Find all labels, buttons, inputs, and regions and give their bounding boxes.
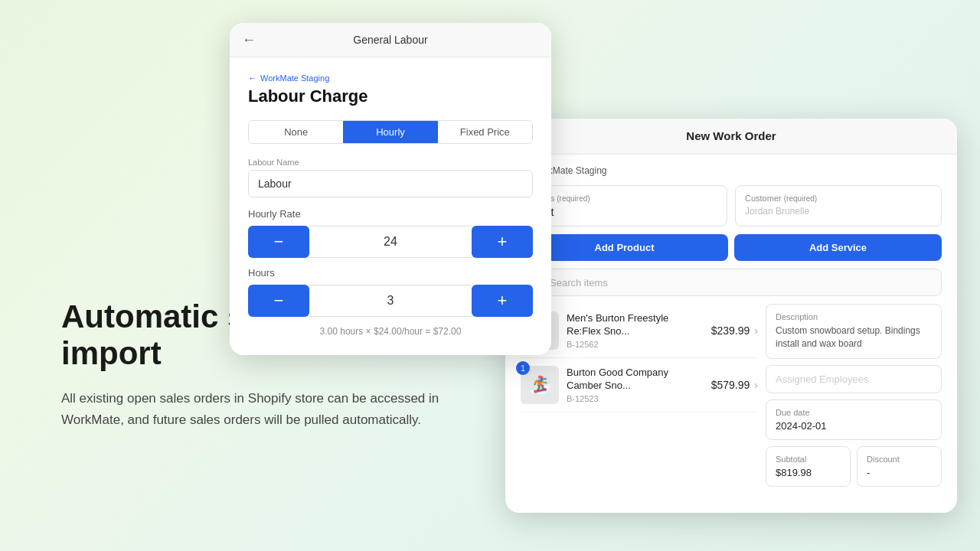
- status-value[interactable]: Draft: [531, 206, 717, 218]
- labour-card-header: ← General Labour: [230, 23, 551, 57]
- hours-value: 3: [309, 285, 472, 317]
- hours-plus-btn[interactable]: +: [472, 285, 533, 317]
- assigned-employees-field[interactable]: Assigned Employees: [766, 365, 942, 393]
- discount-field: Discount -: [857, 446, 942, 487]
- description-label: Description: [776, 312, 932, 321]
- workmate-row: WorkMate Staging: [521, 165, 942, 176]
- right-panel: Description Custom snowboard setup. Bind…: [766, 304, 942, 487]
- product-name-1: Men's Burton Freestyle Re:Flex Sno...: [567, 312, 704, 338]
- workorder-card: New Work Order WorkMate Staging Status (…: [505, 119, 957, 513]
- product-badge-2: 1: [516, 361, 530, 375]
- product-price-row-2: $579.99 ›: [711, 379, 758, 391]
- product-price-row-1: $239.99 ›: [711, 324, 758, 337]
- product-name-2: Burton Good Company Camber Sno...: [567, 367, 704, 393]
- hourly-rate-label: Hourly Rate: [248, 208, 533, 220]
- workmate-staging-label: WorkMate Staging: [248, 73, 533, 83]
- labour-name-input[interactable]: [248, 170, 533, 197]
- product-item[interactable]: 🏂 1 Men's Burton Freestyle Re:Flex Sno..…: [521, 304, 758, 358]
- hourly-rate-minus-btn[interactable]: −: [248, 226, 309, 258]
- product-item-2[interactable]: 🏂 1 Burton Good Company Camber Sno... B-…: [521, 358, 758, 412]
- subtotal-field: Subtotal $819.98: [766, 446, 851, 487]
- labour-card-title: General Labour: [353, 34, 427, 46]
- subtotal-label: Subtotal: [776, 455, 841, 464]
- product-sku-2: B-12523: [567, 394, 704, 403]
- chevron-icon-2: ›: [754, 379, 758, 391]
- tab-none[interactable]: None: [249, 121, 343, 143]
- assigned-employees-placeholder: Assigned Employees: [776, 373, 932, 385]
- workorder-title: New Work Order: [686, 129, 776, 142]
- labour-charge-title: Labour Charge: [248, 86, 533, 106]
- calculation-text: 3.00 hours × $24.00/hour = $72.00: [248, 326, 533, 337]
- search-placeholder-text: Search items: [550, 277, 608, 289]
- due-date-field: Due date 2024-02-01: [766, 399, 942, 440]
- hours-minus-btn[interactable]: −: [248, 285, 309, 317]
- main-area: 🏂 1 Men's Burton Freestyle Re:Flex Sno..…: [521, 304, 942, 487]
- customer-placeholder[interactable]: Jordan Brunelle: [745, 206, 932, 217]
- tab-fixed-price[interactable]: Fixed Price: [438, 121, 532, 143]
- labour-name-label: Labour Name: [248, 158, 533, 167]
- workorder-header: New Work Order: [505, 119, 957, 155]
- discount-label: Discount: [867, 455, 932, 464]
- status-label: Status (required): [531, 194, 717, 203]
- product-price-2: $579.99: [711, 379, 750, 391]
- labour-card-body: WorkMate Staging Labour Charge None Hour…: [230, 57, 551, 355]
- status-field: Status (required) Draft: [521, 185, 727, 227]
- add-product-button[interactable]: Add Product: [521, 234, 728, 261]
- subtext: All existing open sales orders in Shopif…: [61, 388, 490, 431]
- product-info-1: Men's Burton Freestyle Re:Flex Sno... B-…: [567, 312, 704, 349]
- description-field: Description Custom snowboard setup. Bind…: [766, 304, 942, 359]
- bottom-fields: Subtotal $819.98 Discount -: [766, 446, 942, 487]
- labour-card: ← General Labour WorkMate Staging Labour…: [230, 23, 551, 355]
- description-value[interactable]: Custom snowboard setup. Bindings install…: [776, 324, 932, 350]
- tab-hourly[interactable]: Hourly: [343, 121, 437, 143]
- subtotal-value: $819.98: [776, 467, 841, 478]
- add-service-button[interactable]: Add Service: [734, 234, 942, 261]
- product-price-1: $239.99: [711, 324, 750, 337]
- workorder-body: WorkMate Staging Status (required) Draft…: [505, 155, 957, 497]
- search-bar[interactable]: 🔍 Search items: [521, 269, 942, 296]
- chevron-icon-1: ›: [754, 324, 758, 337]
- due-date-label: Due date: [776, 408, 932, 417]
- product-sku-1: B-12562: [567, 340, 704, 349]
- tab-group: None Hourly Fixed Price: [248, 120, 533, 144]
- hours-stepper: − 3 +: [248, 285, 533, 317]
- hours-label: Hours: [248, 267, 533, 279]
- status-customer-row: Status (required) Draft Customer (requir…: [521, 185, 942, 227]
- action-buttons: Add Product Add Service: [521, 234, 942, 261]
- discount-value: -: [867, 467, 932, 478]
- hourly-rate-value: 24: [309, 226, 472, 258]
- product-info-2: Burton Good Company Camber Sno... B-1252…: [567, 367, 704, 403]
- hourly-rate-plus-btn[interactable]: +: [472, 226, 533, 258]
- hourly-rate-stepper: − 24 +: [248, 226, 533, 258]
- back-icon[interactable]: ←: [242, 32, 256, 48]
- products-list: 🏂 1 Men's Burton Freestyle Re:Flex Sno..…: [521, 304, 758, 487]
- customer-label: Customer (required): [745, 194, 932, 203]
- customer-field: Customer (required) Jordan Brunelle: [735, 185, 942, 227]
- due-date-value[interactable]: 2024-02-01: [776, 420, 932, 432]
- labour-name-field-group: Labour Name: [248, 158, 533, 197]
